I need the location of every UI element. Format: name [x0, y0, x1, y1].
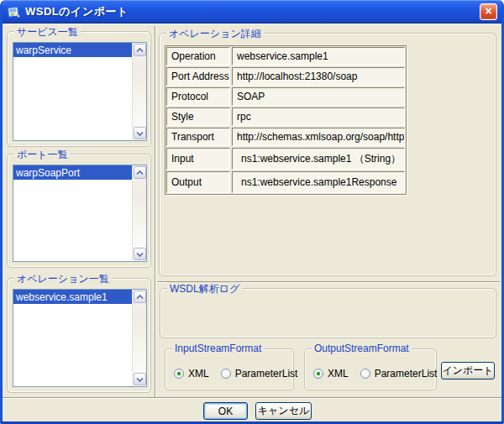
operation-details-table: Operationwebservice.sample1Port Addressh… [165, 45, 407, 195]
detail-key-cell: Port Address [166, 67, 230, 86]
radio-button-icon[interactable] [313, 369, 323, 379]
list-items: warpService [13, 43, 132, 140]
radio-label: XML [328, 368, 349, 380]
detail-key-cell: Operation [166, 47, 230, 65]
list-item[interactable]: warpService [13, 43, 132, 57]
output-stream-format-options: XMLParameterList [313, 368, 437, 380]
vertical-scrollbar[interactable] [132, 43, 146, 140]
port-list-label: ポート一覧 [14, 148, 71, 162]
output-stream-format-label: OutputStreamFormat [312, 343, 412, 354]
port-list-group: ポート一覧 warpSoapPort [7, 154, 151, 268]
operation-listbox[interactable]: webservice.sample1 [13, 289, 147, 387]
import-button[interactable]: インポート [441, 362, 495, 380]
vertical-scrollbar[interactable] [132, 290, 146, 386]
operation-list-group: オペレーション一覧 webservice.sample1 [7, 278, 151, 393]
wsdl-log-group: WSDL解析ログ [160, 288, 496, 338]
detail-value-cell: webservice.sample1 [232, 47, 405, 65]
list-item[interactable]: warpSoapPort [13, 165, 132, 180]
dialog-body: サービス一覧 warpService ポート一覧 warpSoapPort オペ… [3, 24, 501, 421]
service-listbox[interactable]: warpService [13, 42, 147, 141]
port-listbox[interactable]: warpSoapPort [13, 165, 147, 262]
radio-button-icon[interactable] [221, 369, 231, 379]
title-bar[interactable]: WSDLのインポート × [0, 0, 504, 24]
input-stream-format-label: InputStreamFormat [172, 343, 264, 354]
list-item[interactable]: webservice.sample1 [13, 290, 132, 304]
wsdl-log-content [165, 299, 491, 332]
radio-button-icon[interactable] [174, 369, 184, 379]
detail-key-cell: Input [166, 148, 230, 170]
detail-key-cell: Style [166, 107, 230, 126]
radio-label: ParameterList [375, 368, 438, 380]
detail-key-cell: Output [166, 171, 230, 193]
radio-option-parameterlist[interactable]: ParameterList [360, 368, 438, 380]
list-items: warpSoapPort [13, 165, 132, 261]
detail-value-cell: SOAP [232, 87, 405, 106]
detail-key-cell: Protocol [166, 87, 230, 106]
window-title: WSDLのインポート [25, 4, 129, 19]
operation-list-label: オペレーション一覧 [14, 272, 112, 286]
output-stream-format-group: OutputStreamFormat XMLParameterList [304, 348, 437, 390]
wsdl-log-label: WSDL解析ログ [167, 282, 242, 296]
detail-value-cell: ns1:webservice.sample1Response （String） [232, 171, 405, 193]
detail-value-cell: ns1:webservice.sample1 （String） [232, 148, 405, 170]
list-items: webservice.sample1 [13, 290, 132, 386]
scroll-up-button[interactable] [134, 166, 146, 179]
scroll-up-button[interactable] [134, 291, 146, 303]
service-list-group: サービス一覧 warpService [7, 31, 151, 147]
detail-value-cell: http://localhost:21380/soap [232, 67, 405, 86]
column-separator [155, 26, 156, 397]
ok-button[interactable]: OK [203, 402, 248, 420]
detail-value-cell: http://schemas.xmlsoap.org/soap/http [232, 128, 405, 146]
operation-details-group: オペレーション詳細 Operationwebservice.sample1Por… [159, 33, 496, 276]
service-list-label: サービス一覧 [14, 25, 81, 39]
cancel-button[interactable]: キャンセル [255, 402, 312, 420]
scroll-down-button[interactable] [134, 373, 146, 385]
radio-option-xml[interactable]: XML [313, 368, 349, 380]
radio-label: ParameterList [235, 368, 298, 380]
wsdl-document-icon [7, 5, 21, 18]
wsdl-import-dialog: WSDLのインポート × サービス一覧 warpService ポート一覧 wa… [0, 0, 504, 424]
radio-option-xml[interactable]: XML [174, 368, 209, 380]
close-button[interactable]: × [480, 3, 497, 20]
vertical-scrollbar[interactable] [132, 165, 146, 261]
radio-label: XML [188, 368, 209, 380]
input-stream-format-group: InputStreamFormat XMLParameterList [165, 348, 294, 390]
operation-details-label: オペレーション詳細 [166, 27, 264, 41]
input-stream-format-options: XMLParameterList [174, 368, 297, 380]
scroll-down-button[interactable] [134, 248, 146, 260]
detail-value-cell: rpc [232, 107, 405, 126]
scroll-up-button[interactable] [134, 44, 146, 56]
detail-key-cell: Transport [166, 128, 230, 146]
footer-separator [3, 397, 501, 399]
radio-option-parameterlist[interactable]: ParameterList [221, 368, 298, 380]
scroll-down-button[interactable] [134, 127, 146, 139]
radio-button-icon[interactable] [360, 369, 370, 379]
